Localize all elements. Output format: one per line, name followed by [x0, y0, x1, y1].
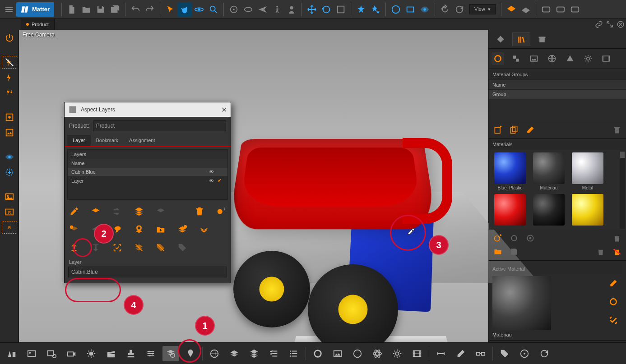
- merge-tool[interactable]: [154, 205, 167, 218]
- folder-layer-tool[interactable]: [154, 223, 167, 236]
- bt-gear-button[interactable]: [389, 346, 405, 361]
- material-item[interactable]: [493, 194, 527, 227]
- bt-sun-button[interactable]: [83, 346, 99, 361]
- diamond-up-button[interactable]: [504, 2, 519, 17]
- bt-refresh-button[interactable]: [536, 346, 552, 361]
- select-tool[interactable]: [163, 2, 177, 17]
- layer-name-input[interactable]: Cabin.Blue: [68, 267, 227, 277]
- product-field[interactable]: Product: [93, 120, 226, 131]
- pan-tool[interactable]: [177, 2, 192, 17]
- bt-stamp-button[interactable]: [123, 346, 139, 361]
- layer-row[interactable]: Layer 👁 ✔: [68, 176, 227, 185]
- dialog-close-button[interactable]: ✕: [221, 106, 227, 114]
- bt-checklist-button[interactable]: [266, 346, 282, 361]
- dialog-titlebar[interactable]: Aspect Layers ✕: [65, 102, 231, 117]
- active-material-preview[interactable]: [492, 276, 551, 330]
- mat-c-button[interactable]: [525, 233, 536, 243]
- bt-image-a-button[interactable]: [23, 346, 40, 361]
- bt-globe-b-button[interactable]: [349, 346, 366, 361]
- undo-button[interactable]: [128, 2, 143, 17]
- vis-c-button[interactable]: [417, 2, 432, 17]
- new-file-button[interactable]: [65, 2, 79, 17]
- bt-3d-glasses-button[interactable]: [473, 346, 489, 361]
- delete-material-button[interactable]: [612, 233, 622, 243]
- save-button[interactable]: [93, 2, 108, 17]
- film-mode-icon[interactable]: [600, 52, 612, 65]
- rotate-gizmo-button[interactable]: [319, 2, 334, 17]
- visibility-icon[interactable]: 👁: [208, 178, 215, 184]
- fly-mode-button[interactable]: [255, 2, 270, 17]
- link-icon[interactable]: [595, 20, 603, 28]
- new-layer-tool[interactable]: [89, 205, 102, 218]
- eye-target-button[interactable]: [2, 151, 17, 163]
- rp-tab-library[interactable]: [512, 32, 530, 46]
- effect-b-button[interactable]: [368, 2, 383, 17]
- ring-layer-tool[interactable]: [132, 223, 146, 236]
- chevron-layer-tool[interactable]: [197, 223, 211, 236]
- diamond-down-button[interactable]: [519, 2, 533, 17]
- save-all-button[interactable]: [108, 2, 122, 17]
- rp-tab-archive[interactable]: [533, 32, 551, 46]
- open-material-folder-button[interactable]: [492, 247, 503, 257]
- scale-gizmo-button[interactable]: [334, 2, 348, 17]
- check-region-tool[interactable]: [111, 241, 124, 254]
- bt-ring-button[interactable]: [310, 346, 326, 361]
- expand-icon[interactable]: [606, 20, 614, 28]
- material-item[interactable]: Matériau: [532, 152, 566, 190]
- eyedropper-tool[interactable]: [67, 205, 81, 218]
- delete-layer-tool[interactable]: [193, 205, 206, 218]
- checker-mode-icon[interactable]: [510, 52, 522, 65]
- open-file-button[interactable]: [79, 2, 93, 17]
- bt-layers-stack-button[interactable]: [246, 346, 262, 361]
- counter-2-button[interactable]: [553, 2, 568, 17]
- tag-tool[interactable]: [176, 241, 189, 254]
- bt-globe-a-button[interactable]: [206, 346, 223, 361]
- bt-clapper-button[interactable]: [103, 346, 119, 361]
- zoom-tool[interactable]: [206, 2, 221, 17]
- delete-group-button[interactable]: [612, 125, 622, 135]
- mat-b-button[interactable]: [509, 233, 519, 243]
- add-target-button[interactable]: [2, 166, 17, 179]
- tab-assignment[interactable]: Assignment: [124, 135, 160, 146]
- close-tab-icon[interactable]: [617, 20, 625, 28]
- dup-group-button[interactable]: [509, 125, 519, 135]
- bt-target-button[interactable]: [516, 346, 533, 361]
- sync-button[interactable]: [438, 2, 452, 17]
- picture-r-dashed-button[interactable]: R: [2, 221, 17, 234]
- bt-list-button[interactable]: [286, 346, 302, 361]
- bt-edit-button[interactable]: [453, 346, 469, 361]
- edit-material-button[interactable]: [609, 279, 618, 289]
- globe-mode-icon[interactable]: [546, 52, 558, 65]
- group-row[interactable]: Group: [489, 90, 626, 99]
- layer-link-tool[interactable]: [67, 223, 81, 236]
- head-mode-button[interactable]: [284, 2, 299, 17]
- bt-render-button[interactable]: [4, 346, 20, 361]
- confirm-material-button[interactable]: [609, 316, 618, 326]
- move-gizmo-button[interactable]: [305, 2, 319, 17]
- refresh-button[interactable]: [452, 2, 467, 17]
- vis-b-button[interactable]: [403, 2, 417, 17]
- bt-image-b-button[interactable]: [329, 346, 346, 361]
- material-mode-icon[interactable]: [492, 52, 504, 65]
- view-dropdown[interactable]: View ▾: [469, 4, 496, 14]
- flash-multi-button[interactable]: [2, 87, 17, 99]
- trash-x-button[interactable]: [612, 247, 622, 257]
- new-material-button[interactable]: [492, 233, 503, 243]
- materials-scrollbar[interactable]: [620, 151, 625, 229]
- bt-measure-button[interactable]: [433, 346, 449, 361]
- gear-mode-icon[interactable]: [582, 52, 594, 65]
- stack-add-tool[interactable]: [176, 223, 189, 236]
- vis-a-button[interactable]: [389, 2, 403, 17]
- insert-layer-tool[interactable]: [111, 205, 124, 218]
- tab-layer[interactable]: Layer: [67, 135, 91, 146]
- flash-button[interactable]: [2, 71, 17, 84]
- bt-aspect-layers-button[interactable]: [162, 346, 179, 361]
- effect-a-button[interactable]: [354, 2, 368, 17]
- shape-mode-icon[interactable]: [564, 52, 576, 65]
- layer-row[interactable]: Cabin.Blue 👁: [68, 168, 227, 176]
- save-material-button[interactable]: [509, 247, 519, 257]
- walk-mode-button[interactable]: [270, 2, 284, 17]
- picture-button[interactable]: [2, 190, 17, 203]
- image-frame-button[interactable]: [2, 126, 17, 139]
- bt-camera-button[interactable]: [63, 346, 79, 361]
